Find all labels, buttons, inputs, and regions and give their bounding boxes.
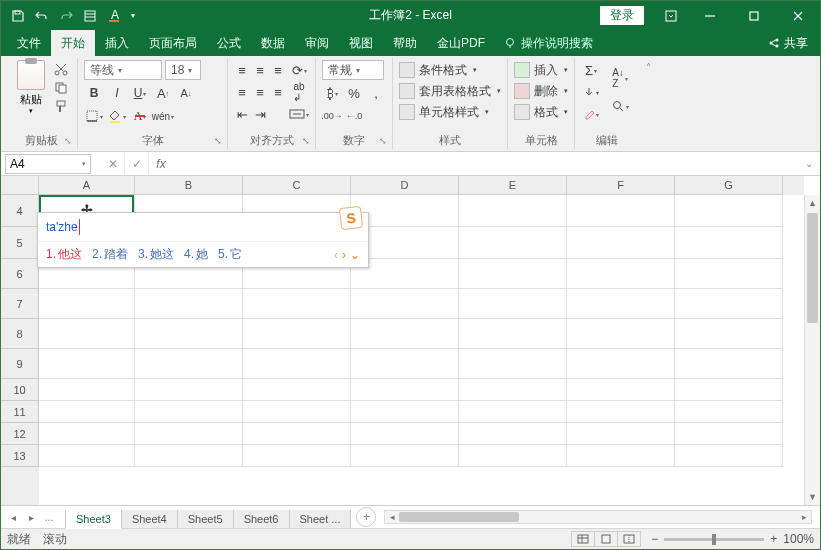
cell[interactable] xyxy=(39,319,135,349)
phonetic-button[interactable]: wén▾ xyxy=(153,106,173,126)
cell[interactable] xyxy=(567,401,675,423)
col-header[interactable]: A xyxy=(39,176,135,195)
touch-mode-icon[interactable] xyxy=(79,5,101,27)
ime-candidates[interactable]: 1.他这2.踏着3.她这4.她5.它 ‹ › ⌄ xyxy=(38,241,368,267)
accounting-format-icon[interactable]: ₿▾ xyxy=(322,83,342,103)
cancel-formula-icon[interactable]: ✕ xyxy=(101,153,125,175)
cell[interactable] xyxy=(135,379,243,401)
font-color-qat-icon[interactable]: A xyxy=(103,5,125,27)
font-color-button[interactable]: A▾ xyxy=(130,106,150,126)
vscroll-thumb[interactable] xyxy=(807,213,818,323)
row-header[interactable]: 13 xyxy=(1,445,39,467)
sheet-nav-next-icon[interactable]: ▸ xyxy=(23,508,39,526)
align-right-icon[interactable]: ≡ xyxy=(270,82,286,102)
cell[interactable] xyxy=(39,379,135,401)
cell[interactable] xyxy=(675,227,783,259)
ime-menu-icon[interactable]: ⌄ xyxy=(350,248,360,262)
cell[interactable] xyxy=(351,349,459,379)
ime-candidate[interactable]: 4.她 xyxy=(184,246,208,263)
copy-icon[interactable] xyxy=(53,80,71,98)
row-header[interactable]: 11 xyxy=(1,401,39,423)
row-header[interactable]: 10 xyxy=(1,379,39,401)
decrease-font-button[interactable]: A↓ xyxy=(176,83,196,103)
fill-color-button[interactable]: ▾ xyxy=(107,106,127,126)
alignment-launcher-icon[interactable]: ⤡ xyxy=(302,136,312,146)
cell[interactable] xyxy=(135,349,243,379)
cell[interactable] xyxy=(675,423,783,445)
sheet-nav-first-icon[interactable]: ◂ xyxy=(5,508,21,526)
increase-decimal-icon[interactable]: .00→ xyxy=(322,106,342,126)
delete-cells-button[interactable]: 删除▾ xyxy=(514,81,568,101)
tab-page-layout[interactable]: 页面布局 xyxy=(139,30,207,56)
cell-styles-button[interactable]: 单元格样式▾ xyxy=(399,102,501,122)
undo-icon[interactable] xyxy=(31,5,53,27)
cell[interactable] xyxy=(459,423,567,445)
increase-indent-icon[interactable]: ⇥ xyxy=(252,104,268,124)
row-header[interactable]: 7 xyxy=(1,289,39,319)
col-header[interactable]: D xyxy=(351,176,459,195)
qat-customize-icon[interactable]: ▾ xyxy=(127,5,139,27)
format-as-table-button[interactable]: 套用表格格式▾ xyxy=(399,81,501,101)
fill-button[interactable]: ▾ xyxy=(581,82,601,102)
sort-filter-button[interactable]: A↓Z▾ xyxy=(607,68,633,88)
row-header[interactable]: 5 xyxy=(1,227,39,259)
col-header[interactable]: F xyxy=(567,176,675,195)
tab-wps-pdf[interactable]: 金山PDF xyxy=(427,30,495,56)
cell[interactable] xyxy=(39,289,135,319)
cell[interactable] xyxy=(243,319,351,349)
ime-nav[interactable]: ‹ › ⌄ xyxy=(334,248,360,262)
borders-button[interactable]: ▾ xyxy=(84,106,104,126)
sheet-tabs[interactable]: Sheet3Sheet4Sheet5Sheet6Sheet ... xyxy=(65,506,350,529)
cell[interactable] xyxy=(39,401,135,423)
tab-file[interactable]: 文件 xyxy=(7,30,51,56)
cell[interactable] xyxy=(243,379,351,401)
zoom-slider[interactable] xyxy=(664,538,764,541)
tab-data[interactable]: 数据 xyxy=(251,30,295,56)
maximize-button[interactable] xyxy=(732,2,776,30)
align-left-icon[interactable]: ≡ xyxy=(234,82,250,102)
cell[interactable] xyxy=(243,445,351,467)
cell[interactable] xyxy=(675,445,783,467)
ime-candidate[interactable]: 5.它 xyxy=(218,246,242,263)
scroll-up-icon[interactable]: ▲ xyxy=(805,195,820,211)
row-header[interactable]: 4 xyxy=(1,195,39,227)
cell[interactable] xyxy=(567,195,675,227)
add-sheet-button[interactable]: + xyxy=(356,507,376,527)
fx-icon[interactable]: fx xyxy=(149,157,173,171)
cell[interactable] xyxy=(135,445,243,467)
cell[interactable] xyxy=(459,445,567,467)
cell[interactable] xyxy=(567,379,675,401)
merge-button[interactable]: ▾ xyxy=(289,104,309,124)
column-headers[interactable]: ABCDEFG xyxy=(39,176,804,195)
normal-view-icon[interactable] xyxy=(571,531,595,547)
zoom-control[interactable]: − + 100% xyxy=(651,532,814,546)
cell[interactable] xyxy=(567,227,675,259)
cell[interactable] xyxy=(243,289,351,319)
conditional-formatting-button[interactable]: 条件格式▾ xyxy=(399,60,501,80)
cell[interactable] xyxy=(675,401,783,423)
autosum-button[interactable]: Σ▾ xyxy=(581,60,601,80)
zoom-out-icon[interactable]: − xyxy=(651,532,658,546)
number-launcher-icon[interactable]: ⤡ xyxy=(379,136,389,146)
expand-formula-bar-icon[interactable]: ⌄ xyxy=(798,158,820,169)
cell[interactable] xyxy=(39,445,135,467)
font-launcher-icon[interactable]: ⤡ xyxy=(214,136,224,146)
cell[interactable] xyxy=(567,423,675,445)
cell[interactable] xyxy=(459,349,567,379)
cell[interactable] xyxy=(567,349,675,379)
font-name-dropdown[interactable]: 等线▾ xyxy=(84,60,162,80)
clear-button[interactable]: ▾ xyxy=(581,104,601,124)
cell[interactable] xyxy=(675,379,783,401)
formula-input[interactable] xyxy=(173,154,798,174)
cell[interactable] xyxy=(243,423,351,445)
tab-review[interactable]: 审阅 xyxy=(295,30,339,56)
col-header[interactable]: G xyxy=(675,176,783,195)
cell[interactable] xyxy=(243,401,351,423)
cell[interactable] xyxy=(459,289,567,319)
minimize-button[interactable] xyxy=(688,2,732,30)
cut-icon[interactable] xyxy=(53,61,71,79)
align-bottom-icon[interactable]: ≡ xyxy=(270,60,286,80)
collapse-ribbon-icon[interactable]: ˄ xyxy=(639,58,657,149)
sheet-tab[interactable]: Sheet4 xyxy=(121,510,178,529)
number-format-dropdown[interactable]: 常规▾ xyxy=(322,60,384,80)
